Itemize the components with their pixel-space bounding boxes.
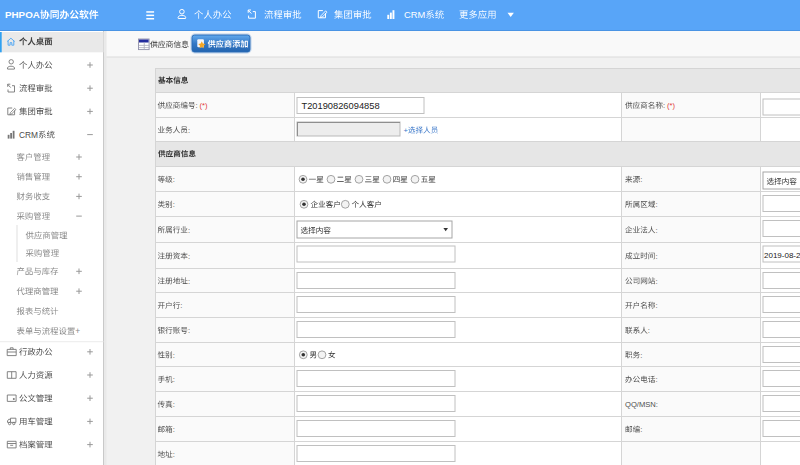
svg-text::: : — [173, 375, 175, 384]
svg-text::: : — [188, 252, 190, 261]
svg-text:(*): (*) — [200, 101, 208, 110]
svg-text::: : — [655, 301, 657, 310]
svg-text:(*): (*) — [667, 101, 675, 110]
svg-text::: : — [655, 375, 657, 384]
svg-text::: : — [640, 425, 642, 434]
svg-text::: : — [173, 400, 175, 409]
svg-text::: : — [173, 175, 175, 184]
svg-text::: : — [188, 126, 190, 135]
svg-text::: : — [188, 326, 190, 335]
svg-text:CRM: CRM — [19, 130, 38, 140]
svg-text:+: + — [404, 126, 409, 135]
svg-text::: : — [655, 252, 657, 261]
svg-text::: : — [648, 326, 650, 335]
svg-text::: : — [188, 277, 190, 286]
svg-text::: : — [663, 101, 665, 110]
svg-text:PHPOA: PHPOA — [5, 9, 40, 20]
svg-text::: : — [173, 200, 175, 209]
svg-text:CRM: CRM — [404, 9, 426, 20]
svg-text::: : — [196, 101, 198, 110]
svg-text:+: + — [75, 326, 80, 336]
svg-text::: : — [655, 226, 657, 235]
svg-text:T20190826094858: T20190826094858 — [302, 101, 380, 111]
svg-text::: : — [173, 450, 175, 459]
svg-text::: : — [180, 301, 182, 310]
svg-text::: : — [655, 200, 657, 209]
svg-text:QQ/MSN:: QQ/MSN: — [625, 400, 658, 409]
svg-text::: : — [173, 351, 175, 360]
svg-text::: : — [640, 175, 642, 184]
svg-text::: : — [640, 351, 642, 360]
svg-text::: : — [188, 226, 190, 235]
svg-text::: : — [173, 425, 175, 434]
svg-text::: : — [655, 277, 657, 286]
svg-text:2019-08-26: 2019-08-26 — [764, 251, 800, 260]
